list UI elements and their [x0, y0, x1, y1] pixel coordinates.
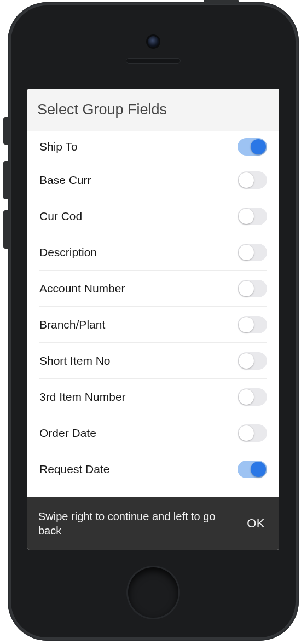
toggle-knob-icon: [239, 173, 254, 188]
toggle-knob-icon: [239, 281, 254, 296]
field-row: 3rd Item Number: [39, 379, 267, 415]
phone-camera-icon: [148, 36, 159, 47]
field-label: Branch/Plant: [39, 318, 238, 331]
field-row: Ship To: [39, 131, 267, 162]
toggle-knob-icon: [239, 426, 254, 441]
phone-frame: Select Group Fields Ship ToBase CurrCur …: [8, 2, 299, 641]
toggle-knob-icon: [251, 462, 266, 477]
field-toggle[interactable]: [238, 388, 267, 406]
field-list[interactable]: Ship ToBase CurrCur CodDescriptionAccoun…: [27, 131, 279, 497]
field-toggle[interactable]: [238, 352, 267, 370]
phone-speaker-icon: [126, 58, 181, 64]
phone-volume-up: [3, 161, 10, 199]
field-label: Request Date: [39, 463, 238, 476]
page-title: Select Group Fields: [37, 101, 167, 118]
ok-button[interactable]: OK: [244, 512, 268, 535]
toggle-knob-icon: [239, 353, 254, 369]
field-toggle[interactable]: [238, 208, 267, 225]
field-row: Short Item No: [39, 343, 267, 379]
field-row: Account Number: [39, 271, 267, 307]
toggle-knob-icon: [251, 139, 266, 154]
field-row: Base Curr: [39, 162, 267, 198]
field-label: Short Item No: [39, 354, 238, 367]
toggle-knob-icon: [239, 209, 254, 224]
field-toggle[interactable]: [238, 424, 267, 442]
toggle-knob-icon: [239, 317, 254, 332]
field-row: Order Date: [39, 415, 267, 451]
field-row: Cur Cod: [39, 198, 267, 234]
field-label: 3rd Item Number: [39, 390, 238, 404]
phone-volume-down: [3, 210, 10, 249]
app-screen: Select Group Fields Ship ToBase CurrCur …: [27, 89, 279, 550]
field-label: Base Curr: [39, 174, 238, 187]
toggle-knob-icon: [239, 245, 254, 260]
field-row: Request Date: [39, 451, 267, 487]
field-label: Ship To: [39, 140, 238, 153]
field-toggle[interactable]: [238, 316, 267, 334]
phone-top-button: [204, 0, 239, 4]
page-header: Select Group Fields: [27, 89, 279, 131]
footer-bar: Swipe right to continue and left to go b…: [27, 497, 279, 550]
field-toggle[interactable]: [238, 244, 267, 261]
field-label: Description: [39, 246, 238, 259]
phone-home-button[interactable]: [128, 567, 178, 618]
phone-mute-switch: [3, 117, 10, 145]
toggle-knob-icon: [239, 389, 254, 405]
phone-bezel: Select Group Fields Ship ToBase CurrCur …: [11, 5, 296, 637]
field-toggle[interactable]: [238, 138, 267, 156]
field-toggle[interactable]: [238, 171, 267, 189]
field-label: Order Date: [39, 427, 238, 440]
field-label: Cur Cod: [39, 210, 238, 223]
footer-hint: Swipe right to continue and left to go b…: [38, 509, 244, 538]
field-row: Branch/Plant: [39, 307, 267, 343]
field-toggle[interactable]: [238, 280, 267, 297]
field-toggle[interactable]: [238, 461, 267, 478]
field-label: Account Number: [39, 282, 238, 295]
field-row: Description: [39, 234, 267, 271]
